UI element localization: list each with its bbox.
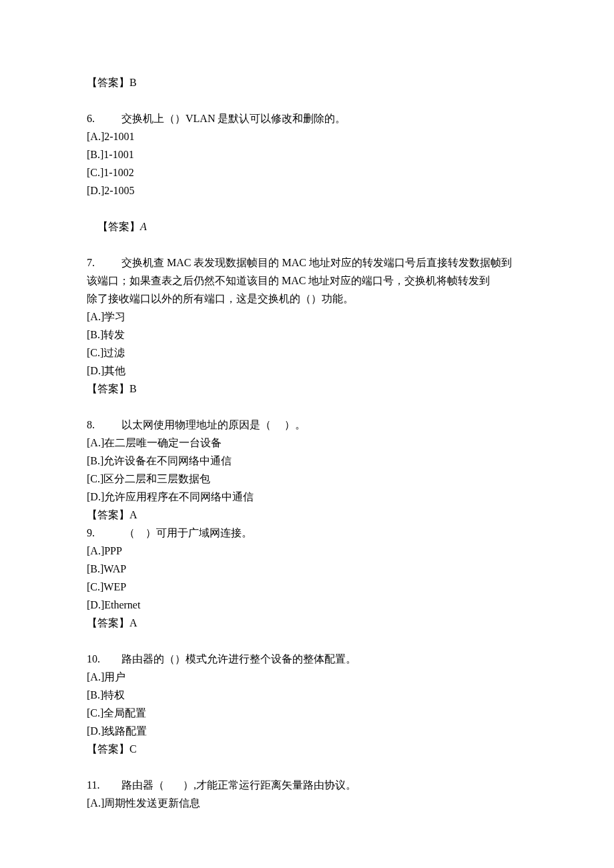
answer-10: 【答案】C [87, 740, 534, 758]
answer-value: A [140, 221, 147, 232]
option-d: [D.]其他 [87, 362, 534, 380]
blank-line [87, 398, 534, 416]
question-text-line2: 该端口；如果查表之后仍然不知道该目的 MAC 地址对应的端口号，交换机将帧转发到 [87, 272, 534, 290]
question-6: 6. 交换机上（）VLAN 是默认可以修改和删除的。 [87, 109, 534, 127]
document-page: 【答案】B 6. 交换机上（）VLAN 是默认可以修改和删除的。 [A.]2-1… [0, 0, 614, 868]
question-number: 11. [87, 776, 121, 794]
question-text-line1: 交换机查 MAC 表发现数据帧目的 MAC 地址对应的转发端口号后直接转发数据帧… [121, 254, 512, 272]
option-b: [B.]转发 [87, 326, 534, 344]
question-text: （ ）可用于广域网连接。 [121, 524, 252, 542]
answer-7: 【答案】B [87, 380, 534, 398]
option-b: [B.]WAP [87, 560, 534, 578]
question-10: 10. 路由器的（）模式允许进行整个设备的整体配置。 [87, 650, 534, 668]
question-8: 8. 以太网使用物理地址的原因是（ ）。 [87, 416, 534, 434]
option-d: [D.]2-1005 [87, 181, 534, 199]
option-a: [A.]2-1001 [87, 127, 534, 145]
question-number: 10. [87, 650, 121, 668]
answer-6: 【答案】A [87, 199, 534, 254]
answer-9: 【答案】A [87, 614, 534, 632]
answer-8: 【答案】A [87, 506, 534, 524]
question-11: 11. 路由器（ ）,才能正常运行距离矢量路由协议。 [87, 776, 534, 794]
option-a: [A.]学习 [87, 308, 534, 326]
question-text-line3: 除了接收端口以外的所有端口，这是交换机的（）功能。 [87, 290, 534, 308]
answer-5: 【答案】B [87, 73, 534, 91]
question-number: 9. [87, 524, 121, 542]
option-d: [D.]线路配置 [87, 722, 534, 740]
option-b: [B.]特权 [87, 686, 534, 704]
option-c: [C.]WEP [87, 578, 534, 596]
option-c: [C.]区分二层和三层数据包 [87, 470, 534, 488]
option-b: [B.]允许设备在不同网络中通信 [87, 452, 534, 470]
blank-line [87, 758, 534, 776]
question-9: 9. （ ）可用于广域网连接。 [87, 524, 534, 542]
blank-line [87, 91, 534, 109]
option-a: [A.]周期性发送更新信息 [87, 794, 534, 812]
option-c: [C.]过滤 [87, 344, 534, 362]
question-text: 以太网使用物理地址的原因是（ ）。 [121, 416, 306, 434]
option-a: [A.]在二层唯一确定一台设备 [87, 434, 534, 452]
question-text: 路由器的（）模式允许进行整个设备的整体配置。 [121, 650, 356, 668]
question-number: 8. [87, 416, 121, 434]
blank-line [87, 632, 534, 650]
option-c: [C.]全局配置 [87, 704, 534, 722]
question-number: 7. [87, 254, 121, 272]
question-number: 6. [87, 109, 121, 127]
option-d: [D.]允许应用程序在不同网络中通信 [87, 488, 534, 506]
question-text: 路由器（ ）,才能正常运行距离矢量路由协议。 [121, 776, 356, 794]
question-7: 7. 交换机查 MAC 表发现数据帧目的 MAC 地址对应的转发端口号后直接转发… [87, 254, 534, 272]
option-d: [D.]Ethernet [87, 596, 534, 614]
option-b: [B.]1-1001 [87, 145, 534, 163]
option-a: [A.]用户 [87, 668, 534, 686]
option-c: [C.]1-1002 [87, 163, 534, 181]
option-a: [A.]PPP [87, 542, 534, 560]
answer-label: 【答案】 [97, 221, 140, 232]
question-text: 交换机上（）VLAN 是默认可以修改和删除的。 [121, 109, 346, 127]
